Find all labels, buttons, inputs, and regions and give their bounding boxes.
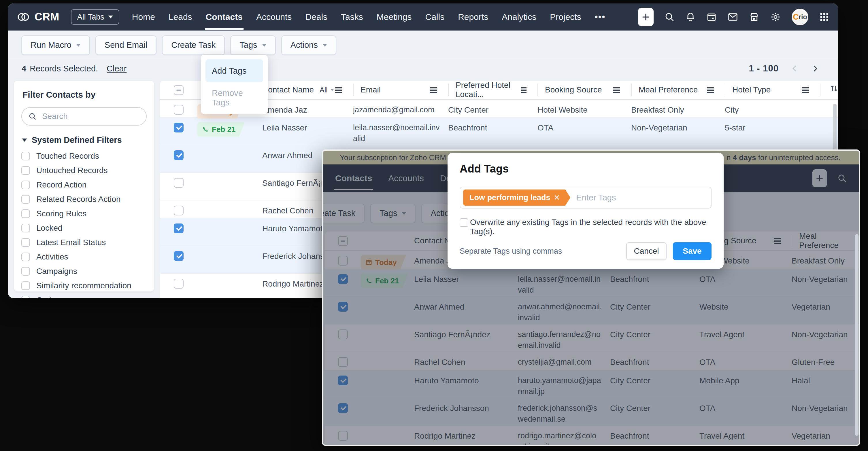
tab-home[interactable]: Home bbox=[132, 12, 155, 22]
tab-analytics[interactable]: Analytics bbox=[502, 12, 536, 22]
marketplace-store-icon[interactable] bbox=[749, 12, 760, 22]
column-menu-icon[interactable] bbox=[613, 87, 620, 88]
header-meal-preference[interactable]: Meal Preference bbox=[631, 84, 725, 96]
overwrite-checkbox[interactable] bbox=[460, 218, 468, 227]
filter-related-records-action[interactable]: Related Records Action bbox=[21, 192, 147, 206]
row-checkbox[interactable] bbox=[174, 206, 184, 216]
prev-page-icon[interactable] bbox=[791, 65, 799, 72]
cell-email[interactable]: jazamenda@gmail.com bbox=[353, 104, 448, 115]
header-contact-name[interactable]: Contact Name All bbox=[262, 84, 353, 96]
enter-tags-input[interactable] bbox=[576, 193, 706, 203]
checkbox[interactable] bbox=[21, 210, 30, 218]
table-row[interactable]: Feb 21 Leila Nasser leila.nasser@noemail… bbox=[160, 118, 838, 145]
filter-cadences[interactable]: Cadences bbox=[21, 293, 147, 298]
crm-logo[interactable]: CRM bbox=[17, 11, 59, 23]
filter-activities[interactable]: Activities bbox=[21, 250, 147, 264]
tags-input-field[interactable]: Low performing leads ✕ bbox=[460, 187, 712, 208]
tab-accounts[interactable]: Accounts bbox=[256, 12, 292, 22]
cell-contact-name[interactable]: Amenda Jaz bbox=[262, 104, 353, 116]
tab-reports[interactable]: Reports bbox=[458, 12, 488, 22]
checkbox[interactable] bbox=[21, 253, 30, 261]
filter-touched-records[interactable]: Touched Records bbox=[21, 149, 147, 163]
column-menu-icon[interactable] bbox=[521, 87, 527, 88]
tab-tasks[interactable]: Tasks bbox=[341, 12, 363, 22]
tab-deals[interactable]: Deals bbox=[305, 12, 328, 22]
tag-chip[interactable]: Low performing leads ✕ bbox=[463, 190, 570, 206]
apps-grid-icon[interactable] bbox=[819, 12, 829, 22]
search-input[interactable] bbox=[41, 111, 140, 121]
tab-calls[interactable]: Calls bbox=[425, 12, 445, 22]
calendar-icon[interactable] bbox=[706, 12, 717, 22]
row-checkbox[interactable] bbox=[174, 251, 184, 261]
header-booking-source[interactable]: Booking Source bbox=[537, 84, 631, 96]
header-preferred-location[interactable]: Preferred Hotel Locati... bbox=[448, 84, 537, 96]
checkbox[interactable] bbox=[21, 152, 30, 160]
column-menu-icon[interactable] bbox=[707, 87, 714, 88]
tab-leads[interactable]: Leads bbox=[168, 12, 192, 22]
select-all-checkbox[interactable] bbox=[174, 85, 184, 95]
nav-actions: Crio bbox=[638, 8, 829, 26]
filter-similarity-recommendation[interactable]: Similarity recommendation bbox=[21, 279, 147, 293]
filter-record-action[interactable]: Record Action bbox=[21, 178, 147, 192]
checkbox[interactable] bbox=[21, 281, 30, 290]
header-column-settings[interactable] bbox=[820, 84, 838, 96]
activity-badge-call[interactable]: Feb 21 bbox=[197, 122, 245, 136]
tags-button[interactable]: Tags bbox=[230, 35, 276, 55]
header-hotel-type[interactable]: Hotel Type bbox=[725, 84, 820, 96]
clear-selection-link[interactable]: Clear bbox=[106, 64, 126, 73]
tab-meetings[interactable]: Meetings bbox=[377, 12, 412, 22]
checkbox[interactable] bbox=[21, 267, 30, 276]
row-checkbox[interactable] bbox=[174, 279, 184, 289]
cell-contact-name[interactable]: Leila Nasser bbox=[262, 122, 353, 134]
more-tabs-icon[interactable]: ••• bbox=[595, 12, 606, 22]
row-checkbox[interactable] bbox=[174, 178, 184, 188]
checkbox[interactable] bbox=[21, 238, 30, 247]
tab-projects[interactable]: Projects bbox=[550, 12, 581, 22]
filter-search[interactable] bbox=[21, 107, 147, 126]
column-menu-icon[interactable] bbox=[802, 87, 809, 88]
row-checkbox[interactable] bbox=[174, 224, 184, 233]
checkbox[interactable] bbox=[21, 195, 30, 204]
header-email[interactable]: Email bbox=[353, 84, 448, 96]
menu-item-remove-tags[interactable]: Remove Tags bbox=[206, 87, 263, 109]
cancel-button[interactable]: Cancel bbox=[626, 242, 666, 260]
row-checkbox[interactable] bbox=[174, 150, 184, 160]
mail-icon[interactable] bbox=[727, 12, 738, 22]
menu-item-add-tags[interactable]: Add Tags bbox=[206, 59, 263, 83]
user-avatar[interactable]: Crio bbox=[792, 9, 808, 25]
checkbox[interactable] bbox=[21, 296, 30, 298]
name-filter-dropdown[interactable]: All bbox=[319, 86, 334, 94]
quick-create-button[interactable] bbox=[638, 8, 654, 26]
notifications-bell-icon[interactable] bbox=[685, 12, 696, 22]
row-checkbox[interactable] bbox=[174, 123, 184, 132]
settings-gear-icon[interactable] bbox=[770, 11, 781, 23]
cell-email[interactable]: leila.nasser@noemail.invalid bbox=[353, 122, 448, 144]
overwrite-option[interactable]: Overwrite any existing Tags in the selec… bbox=[460, 218, 712, 236]
column-menu-icon[interactable] bbox=[335, 87, 342, 88]
filter-latest-email-status[interactable]: Latest Email Status bbox=[21, 235, 147, 250]
chevron-down-icon bbox=[322, 44, 327, 47]
checkbox[interactable] bbox=[21, 166, 30, 175]
remove-tag-icon[interactable]: ✕ bbox=[554, 193, 560, 202]
tab-contacts[interactable]: Contacts bbox=[206, 12, 243, 22]
checkbox[interactable] bbox=[21, 181, 30, 189]
section-label: System Defined Filters bbox=[32, 135, 122, 145]
save-button[interactable]: Save bbox=[673, 242, 712, 260]
all-tabs-dropdown[interactable]: All Tabs bbox=[71, 9, 119, 25]
column-settings-icon[interactable] bbox=[829, 84, 838, 93]
vertical-scrollbar[interactable] bbox=[855, 234, 859, 436]
filter-scoring-rules[interactable]: Scoring Rules bbox=[21, 206, 147, 221]
checkbox[interactable] bbox=[21, 224, 30, 232]
filter-untouched-records[interactable]: Untouched Records bbox=[21, 163, 147, 178]
filter-campaigns[interactable]: Campaigns bbox=[21, 264, 147, 279]
search-icon[interactable] bbox=[664, 12, 675, 22]
row-checkbox[interactable] bbox=[174, 105, 184, 115]
next-page-icon[interactable] bbox=[811, 65, 819, 72]
run-macro-button[interactable]: Run Macro bbox=[21, 35, 90, 55]
create-task-button[interactable]: Create Task bbox=[162, 35, 225, 55]
actions-button[interactable]: Actions bbox=[281, 35, 336, 55]
column-menu-icon[interactable] bbox=[430, 87, 437, 88]
send-email-button[interactable]: Send Email bbox=[95, 35, 156, 55]
system-filters-section[interactable]: System Defined Filters bbox=[22, 135, 147, 145]
filter-locked[interactable]: Locked bbox=[21, 221, 147, 235]
